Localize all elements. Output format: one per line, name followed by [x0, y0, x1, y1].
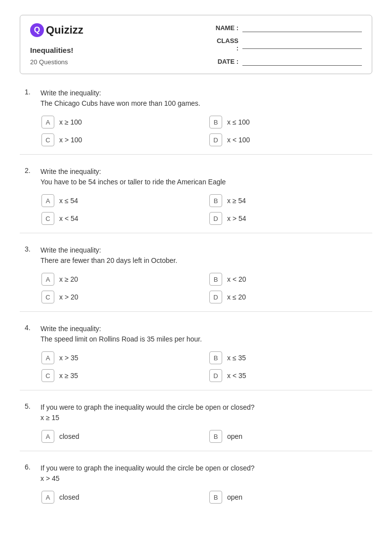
- name-line: [242, 23, 362, 32]
- question-5-answers: AclosedBopen: [20, 430, 372, 443]
- answer-letter-a: A: [41, 491, 54, 504]
- question-5-answer-b[interactable]: Bopen: [209, 430, 367, 443]
- answer-text-5-a: closed: [59, 432, 79, 440]
- answer-letter-d: D: [209, 133, 222, 146]
- logo-icon: Q: [30, 23, 44, 37]
- date-label: DATE :: [214, 58, 238, 65]
- question-6-answers: AclosedBopen: [20, 491, 372, 504]
- question-6-answer-b[interactable]: Bopen: [209, 491, 367, 504]
- question-2-text: Write the inequality:You have to be 54 i…: [40, 167, 226, 187]
- date-line: [242, 57, 362, 66]
- answer-letter-b: B: [209, 194, 222, 207]
- question-2: 2.Write the inequality:You have to be 54…: [20, 167, 372, 233]
- header-right: NAME : CLASS : DATE :: [214, 23, 362, 66]
- question-6-header: 6.If you were to graph the inequality wo…: [20, 463, 372, 484]
- name-row: NAME :: [214, 23, 362, 32]
- question-1-text: Write the inequality:The Chicago Cubs ha…: [40, 88, 200, 109]
- quiz-subtitle: 20 Questions: [30, 58, 83, 66]
- question-2-answer-b[interactable]: Bx ≥ 54: [209, 194, 367, 207]
- logo-text: Quizizz: [46, 24, 83, 37]
- question-4-number: 4.: [25, 324, 36, 332]
- answer-text-4-b: x ≤ 35: [227, 354, 246, 362]
- question-3-answer-b[interactable]: Bx < 20: [209, 273, 367, 286]
- answer-letter-a: A: [41, 351, 54, 364]
- question-2-header: 2.Write the inequality:You have to be 54…: [20, 167, 372, 187]
- question-3-text: Write the inequality:There are fewer tha…: [40, 245, 177, 266]
- name-label: NAME :: [214, 24, 238, 32]
- question-4-answer-a[interactable]: Ax > 35: [41, 351, 199, 364]
- answer-text-4-a: x > 35: [59, 354, 78, 362]
- question-4: 4.Write the inequality:The speed limit o…: [20, 324, 372, 390]
- question-1-answer-a[interactable]: Ax ≥ 100: [41, 116, 199, 128]
- question-4-header: 4.Write the inequality:The speed limit o…: [20, 324, 372, 344]
- answer-letter-a: A: [41, 430, 54, 443]
- answer-text-4-c: x ≥ 35: [59, 372, 78, 380]
- question-2-answer-a[interactable]: Ax ≤ 54: [41, 194, 199, 207]
- answer-letter-b: B: [209, 491, 222, 504]
- answer-letter-d: D: [209, 291, 222, 303]
- class-row: CLASS :: [214, 37, 362, 52]
- answer-letter-a: A: [41, 116, 54, 128]
- answer-letter-b: B: [209, 116, 222, 128]
- question-6-number: 6.: [25, 463, 36, 471]
- answer-letter-d: D: [209, 212, 222, 225]
- answer-text-1-b: x ≤ 100: [227, 118, 250, 126]
- question-6-text: If you were to graph the inequality woul…: [40, 463, 255, 484]
- answer-text-6-b: open: [227, 493, 242, 501]
- answer-letter-b: B: [209, 430, 222, 443]
- question-5-text: If you were to graph the inequality woul…: [40, 402, 255, 423]
- answer-letter-c: C: [41, 291, 54, 303]
- question-1-answers: Ax ≥ 100Bx ≤ 100Cx > 100Dx < 100: [20, 116, 372, 146]
- answer-letter-c: C: [41, 212, 54, 225]
- class-label: CLASS :: [214, 37, 238, 52]
- question-3-answer-a[interactable]: Ax ≥ 20: [41, 273, 199, 286]
- header-box: Q Quizizz Inequalities! 20 Questions NAM…: [20, 15, 372, 74]
- question-2-answer-c[interactable]: Cx < 54: [41, 212, 199, 225]
- question-3-header: 3.Write the inequality:There are fewer t…: [20, 245, 372, 266]
- answer-letter-b: B: [209, 351, 222, 364]
- quiz-title: Inequalities!: [30, 46, 83, 54]
- question-3-answers: Ax ≥ 20Bx < 20Cx > 20Dx ≤ 20: [20, 273, 372, 303]
- question-4-answer-d[interactable]: Dx < 35: [209, 369, 367, 382]
- answer-text-1-a: x ≥ 100: [59, 118, 82, 126]
- question-4-answers: Ax > 35Bx ≤ 35Cx ≥ 35Dx < 35: [20, 351, 372, 382]
- question-1: 1.Write the inequality:The Chicago Cubs …: [20, 88, 372, 155]
- question-3-number: 3.: [25, 245, 36, 253]
- answer-letter-b: B: [209, 273, 222, 286]
- answer-text-3-c: x > 20: [59, 293, 78, 301]
- question-2-answer-d[interactable]: Dx > 54: [209, 212, 367, 225]
- answer-text-2-c: x < 54: [59, 214, 78, 222]
- question-1-number: 1.: [25, 88, 36, 96]
- question-5-header: 5.If you were to graph the inequality wo…: [20, 402, 372, 423]
- question-3-answer-d[interactable]: Dx ≤ 20: [209, 291, 367, 303]
- answer-text-2-b: x ≥ 54: [227, 197, 246, 205]
- question-1-header: 1.Write the inequality:The Chicago Cubs …: [20, 88, 372, 109]
- answer-text-1-c: x > 100: [59, 136, 82, 144]
- answer-letter-a: A: [41, 194, 54, 207]
- question-6-answer-a[interactable]: Aclosed: [41, 491, 199, 504]
- answer-text-5-b: open: [227, 432, 242, 440]
- class-line: [242, 40, 362, 49]
- question-3: 3.Write the inequality:There are fewer t…: [20, 245, 372, 312]
- header-left: Q Quizizz Inequalities! 20 Questions: [30, 23, 83, 66]
- answer-text-3-a: x ≥ 20: [59, 275, 78, 283]
- question-1-answer-d[interactable]: Dx < 100: [209, 133, 367, 146]
- answer-letter-a: A: [41, 273, 54, 286]
- question-5-answer-a[interactable]: Aclosed: [41, 430, 199, 443]
- question-1-answer-b[interactable]: Bx ≤ 100: [209, 116, 367, 128]
- question-1-answer-c[interactable]: Cx > 100: [41, 133, 199, 146]
- question-4-answer-b[interactable]: Bx ≤ 35: [209, 351, 367, 364]
- question-2-number: 2.: [25, 167, 36, 174]
- answer-text-6-a: closed: [59, 493, 79, 501]
- logo: Q Quizizz: [30, 23, 83, 37]
- question-5: 5.If you were to graph the inequality wo…: [20, 402, 372, 451]
- answer-text-2-d: x > 54: [227, 214, 246, 222]
- question-3-answer-c[interactable]: Cx > 20: [41, 291, 199, 303]
- date-row: DATE :: [214, 57, 362, 66]
- answer-letter-d: D: [209, 369, 222, 382]
- question-4-text: Write the inequality:The speed limit on …: [40, 324, 202, 344]
- question-4-answer-c[interactable]: Cx ≥ 35: [41, 369, 199, 382]
- answer-text-3-b: x < 20: [227, 275, 246, 283]
- answer-text-1-d: x < 100: [227, 136, 250, 144]
- answer-text-4-d: x < 35: [227, 372, 246, 380]
